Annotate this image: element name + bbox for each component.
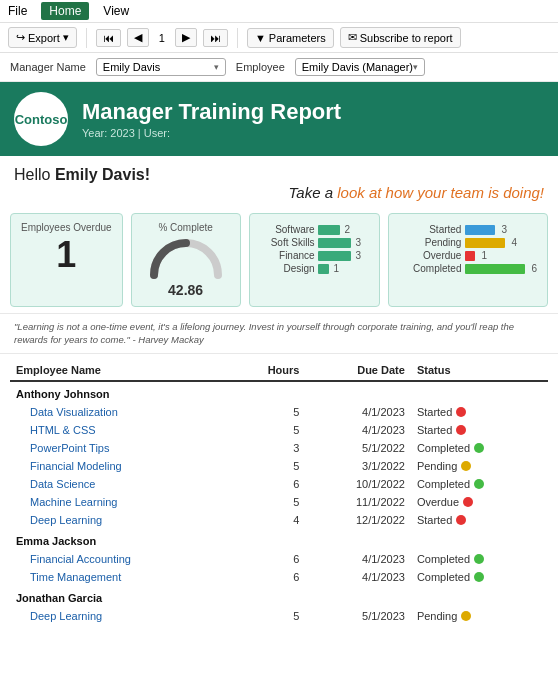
cat-label-software: Software bbox=[260, 224, 315, 235]
employee-label: Employee bbox=[236, 61, 285, 73]
status-num-overdue: 1 bbox=[481, 250, 487, 261]
table-row: Data Visualization54/1/2023Started bbox=[10, 403, 548, 421]
course-name[interactable]: Financial Modeling bbox=[10, 457, 230, 475]
course-name[interactable]: Data Visualization bbox=[10, 403, 230, 421]
menu-file[interactable]: File bbox=[8, 4, 27, 18]
status-dot-icon bbox=[474, 443, 484, 453]
status-text: Started bbox=[417, 424, 452, 436]
course-name[interactable]: Financial Accounting bbox=[10, 550, 230, 568]
status-bar-started bbox=[465, 225, 495, 235]
table-row: Anthony Johnson bbox=[10, 381, 548, 403]
status-label-overdue: Overdue bbox=[399, 250, 461, 261]
status-text: Overdue bbox=[417, 496, 459, 508]
course-hours: 6 bbox=[230, 475, 306, 493]
cat-row-design: Design 1 bbox=[260, 263, 370, 274]
nav-prev-button[interactable]: ◀ bbox=[127, 28, 149, 47]
course-status: Completed bbox=[411, 550, 548, 568]
complete-value: 42.86 bbox=[142, 282, 230, 298]
col-status: Status bbox=[411, 360, 548, 381]
quote-text: "Learning is not a one-time event, it's … bbox=[14, 321, 514, 345]
cat-num-design: 1 bbox=[334, 263, 340, 274]
overdue-card: Employees Overdue 1 bbox=[10, 213, 123, 307]
course-hours: 5 bbox=[230, 457, 306, 475]
employee-name: Anthony Johnson bbox=[10, 381, 548, 403]
employee-name: Emma Jackson bbox=[10, 529, 548, 550]
status-text: Completed bbox=[417, 553, 470, 565]
table-row: Deep Learning55/1/2023Pending bbox=[10, 607, 548, 625]
course-status: Started bbox=[411, 421, 548, 439]
employee-select[interactable]: Emily Davis (Manager) ▾ bbox=[295, 58, 425, 76]
cat-num-software: 2 bbox=[345, 224, 351, 235]
course-hours: 5 bbox=[230, 493, 306, 511]
nav-first-button[interactable]: ⏮ bbox=[96, 29, 121, 47]
status-label-pending: Pending bbox=[399, 237, 461, 248]
table-header-row: Employee Name Hours Due Date Status bbox=[10, 360, 548, 381]
cat-bar-design bbox=[318, 264, 329, 274]
nav-last-button[interactable]: ⏭ bbox=[203, 29, 228, 47]
status-row-completed: Completed 6 bbox=[399, 263, 537, 274]
hello-text: Hello Emily Davis! bbox=[14, 166, 544, 184]
manager-value: Emily Davis bbox=[103, 61, 160, 73]
course-due-date: 3/1/2022 bbox=[305, 457, 410, 475]
course-due-date: 12/1/2022 bbox=[305, 511, 410, 529]
course-name[interactable]: HTML & CSS bbox=[10, 421, 230, 439]
menu-view[interactable]: View bbox=[103, 4, 129, 18]
cat-row-software: Software 2 bbox=[260, 224, 370, 235]
nav-next-button[interactable]: ▶ bbox=[175, 28, 197, 47]
manager-label: Manager Name bbox=[10, 61, 86, 73]
parameters-button[interactable]: ▼ Parameters bbox=[247, 28, 334, 48]
subscribe-label: Subscribe to report bbox=[360, 32, 453, 44]
stats-row: Employees Overdue 1 % Complete 42.86 Sof… bbox=[0, 213, 558, 313]
table-row: HTML & CSS54/1/2023Started bbox=[10, 421, 548, 439]
status-row-started: Started 3 bbox=[399, 224, 537, 235]
status-row-pending: Pending 4 bbox=[399, 237, 537, 248]
toolbar: ↪ Export ▾ ⏮ ◀ 1 ▶ ⏭ ▼ Parameters ✉ Subs… bbox=[0, 23, 558, 53]
status-text: Pending bbox=[417, 610, 457, 622]
status-text: Started bbox=[417, 514, 452, 526]
course-name[interactable]: Machine Learning bbox=[10, 493, 230, 511]
tagline: Take a look at how your team is doing! bbox=[14, 184, 544, 201]
gauge-chart bbox=[146, 235, 226, 280]
toolbar-separator bbox=[86, 28, 87, 48]
status-dot-icon bbox=[474, 479, 484, 489]
course-name[interactable]: Time Management bbox=[10, 568, 230, 586]
cat-bar-softskills bbox=[318, 238, 351, 248]
toolbar-separator-2 bbox=[237, 28, 238, 48]
course-name[interactable]: Data Science bbox=[10, 475, 230, 493]
course-status: Completed bbox=[411, 439, 548, 457]
table-row: Deep Learning412/1/2022Started bbox=[10, 511, 548, 529]
banner-subtitle: Year: 2023 | User: bbox=[82, 127, 341, 139]
status-label-completed: Completed bbox=[399, 263, 461, 274]
course-name[interactable]: Deep Learning bbox=[10, 607, 230, 625]
training-table: Employee Name Hours Due Date Status Anth… bbox=[10, 360, 548, 625]
table-row: Financial Modeling53/1/2022Pending bbox=[10, 457, 548, 475]
table-row: Financial Accounting64/1/2023Completed bbox=[10, 550, 548, 568]
status-row-overdue: Overdue 1 bbox=[399, 250, 537, 261]
status-dot-icon bbox=[456, 515, 466, 525]
hello-section: Hello Emily Davis! Take a look at how yo… bbox=[0, 156, 558, 213]
hello-name: Emily Davis! bbox=[55, 166, 150, 183]
employee-value: Emily Davis (Manager) bbox=[302, 61, 413, 73]
course-name[interactable]: Deep Learning bbox=[10, 511, 230, 529]
export-icon: ↪ bbox=[16, 31, 25, 44]
logo: Contoso bbox=[14, 92, 68, 146]
cat-num-softskills: 3 bbox=[356, 237, 362, 248]
course-due-date: 4/1/2023 bbox=[305, 421, 410, 439]
export-button[interactable]: ↪ Export ▾ bbox=[8, 27, 77, 48]
menu-home[interactable]: Home bbox=[41, 2, 89, 20]
table-row: Data Science610/1/2022Completed bbox=[10, 475, 548, 493]
tagline-orange: look at how your team is doing! bbox=[337, 184, 544, 201]
cat-label-softskills: Soft Skills bbox=[260, 237, 315, 248]
status-bar-overdue bbox=[465, 251, 475, 261]
course-hours: 6 bbox=[230, 568, 306, 586]
course-name[interactable]: PowerPoint Tips bbox=[10, 439, 230, 457]
table-row: Jonathan Garcia bbox=[10, 586, 548, 607]
subscribe-button[interactable]: ✉ Subscribe to report bbox=[340, 27, 461, 48]
employee-chevron-icon: ▾ bbox=[413, 62, 418, 72]
status-text: Completed bbox=[417, 442, 470, 454]
cat-label-design: Design bbox=[260, 263, 315, 274]
status-dot-icon bbox=[456, 407, 466, 417]
course-status: Pending bbox=[411, 607, 548, 625]
banner-title: Manager Training Report bbox=[82, 99, 341, 125]
manager-select[interactable]: Emily Davis ▾ bbox=[96, 58, 226, 76]
